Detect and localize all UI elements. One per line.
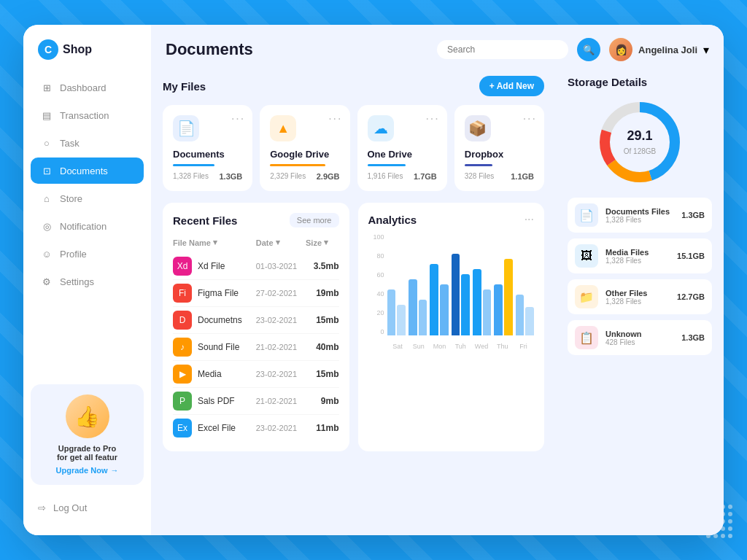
- card-menu-icon[interactable]: ···: [328, 112, 342, 125]
- y-axis-label: 60: [368, 271, 384, 279]
- app-name: Shop: [63, 43, 92, 56]
- upgrade-title: Upgrade to Pro for get all featur: [41, 444, 133, 462]
- x-axis-label: Mon: [429, 343, 450, 350]
- sidebar-item-dashboard[interactable]: ⊞ Dashboard: [31, 74, 144, 101]
- bar-group: [409, 233, 427, 335]
- nav-menu: ⊞ Dashboard ▤ Transaction ○ Task ⊡ Docum…: [23, 74, 151, 377]
- top-right: 🔍 👩 Angelina Joli ▾: [437, 38, 709, 61]
- decoration-dot: [728, 534, 732, 538]
- storage-item-info: Other Files 1,328 Files: [605, 289, 670, 306]
- sidebar-item-store[interactable]: ⌂ Store: [31, 185, 144, 211]
- chart-bar: [494, 284, 503, 335]
- y-axis-label: 20: [368, 309, 384, 316]
- card-icon-google-drive: ▲: [270, 115, 296, 141]
- file-size: 9mb: [306, 396, 339, 406]
- upgrade-thumb-image: 👍: [66, 394, 109, 438]
- card-progress-bar: [270, 164, 325, 166]
- storage-item-info: Documents Files 1,328 Files: [605, 207, 674, 224]
- upgrade-now-button[interactable]: Upgrade Now →: [41, 466, 133, 475]
- bar-group: [494, 233, 512, 335]
- my-files-title: My Files: [163, 80, 206, 93]
- card-menu-icon[interactable]: ···: [425, 112, 439, 125]
- storage-title: Storage Details: [568, 76, 712, 88]
- dashboard-icon: ⊞: [41, 82, 53, 93]
- file-card-one-drive: ··· ☁ One Drive 1,916 Files 1.7GB: [357, 105, 447, 191]
- main-container: C Shop ⊞ Dashboard ▤ Transaction ○ Task …: [23, 25, 724, 535]
- table-row: Ex Excel File 23-02-2021 11mb: [173, 415, 339, 441]
- add-new-button[interactable]: + Add New: [479, 76, 544, 96]
- storage-item-name: Media Files: [605, 248, 670, 257]
- storage-item: 📁 Other Files 1,328 Files 12.7GB: [568, 279, 712, 314]
- card-name: Documents: [173, 149, 242, 160]
- card-name: Dropbox: [465, 149, 534, 160]
- logout-button[interactable]: ⇨ Log Out: [23, 495, 151, 521]
- storage-item-size: 15.1GB: [677, 252, 705, 260]
- storage-item-info: Unknown 428 Files: [605, 330, 674, 346]
- y-axis-label: 100: [368, 233, 384, 241]
- x-axis-label: Tuh: [450, 343, 471, 350]
- file-name-cell: D Documetns: [173, 311, 256, 330]
- analytics-header: Analytics ···: [368, 213, 535, 226]
- file-name: Sals PDF: [198, 396, 235, 406]
- card-menu-icon[interactable]: ···: [231, 112, 245, 125]
- chart-bar: [387, 289, 396, 335]
- sidebar-item-label: Notification: [60, 221, 107, 232]
- file-name-cell: Ex Excel File: [173, 419, 256, 438]
- sidebar-item-notification[interactable]: ◎ Notification: [31, 213, 144, 239]
- upgrade-card: 👍 Upgrade to Pro for get all featur Upgr…: [31, 384, 144, 485]
- see-more-button[interactable]: See more: [290, 213, 339, 228]
- x-axis-label: Sat: [387, 343, 409, 350]
- card-icon-documents: 📄: [173, 115, 199, 141]
- search-bar: [437, 40, 568, 59]
- sort-icon: ▾: [324, 238, 328, 247]
- bar-group: [430, 233, 448, 335]
- chart-bar: [483, 289, 492, 335]
- sidebar-item-label: Dashboard: [60, 82, 107, 93]
- card-menu-icon[interactable]: ···: [523, 112, 537, 125]
- storage-item: 📋 Unknown 428 Files 1.3GB: [568, 320, 712, 355]
- file-name: Media: [198, 369, 222, 379]
- storage-item-name: Documents Files: [605, 207, 674, 216]
- search-input[interactable]: [447, 44, 558, 55]
- recent-files-table: Xd Xd File 01-03-2021 3.5mb Fi Figma Fil…: [173, 253, 339, 441]
- my-files-header: My Files + Add New: [163, 76, 544, 96]
- sidebar-item-documents[interactable]: ⊡ Documents: [31, 158, 144, 184]
- y-axis-label: 80: [368, 252, 384, 260]
- profile-icon: ☺: [41, 248, 53, 260]
- file-date: 23-02-2021: [256, 316, 306, 324]
- x-axis-label: Wed: [471, 343, 492, 350]
- file-name-cell: Fi Figma File: [173, 284, 256, 303]
- search-button[interactable]: 🔍: [577, 38, 600, 61]
- storage-item-name: Unknown: [605, 330, 674, 338]
- table-row: Fi Figma File 27-02-2021 19mb: [173, 280, 339, 307]
- storage-item-size: 12.7GB: [677, 292, 705, 301]
- recent-files-header: Recent Files See more: [173, 213, 339, 228]
- user-info[interactable]: 👩 Angelina Joli ▾: [609, 38, 709, 61]
- col-size: Size ▾: [306, 238, 339, 247]
- card-stats: 2,329 Files 2.9GB: [270, 172, 339, 181]
- logo-icon: C: [38, 39, 58, 60]
- file-icon: Ex: [173, 419, 192, 438]
- file-date: 01-03-2021: [256, 262, 306, 271]
- analytics-menu-icon[interactable]: ···: [525, 213, 534, 226]
- card-icon-dropbox: 📦: [465, 115, 491, 141]
- table-row: D Documetns 23-02-2021 15mb: [173, 307, 339, 334]
- file-size: 11mb: [306, 423, 339, 433]
- x-axis-label: Thu: [492, 343, 513, 350]
- file-size: 19mb: [306, 288, 339, 298]
- sidebar-item-label: Store: [60, 193, 82, 204]
- user-name: Angelina Joli: [638, 44, 697, 55]
- avatar: 👩: [609, 38, 632, 61]
- page-title: Documents: [166, 40, 253, 59]
- left-panel: My Files + Add New ··· 📄 Documents 1,328…: [151, 69, 556, 535]
- file-name: Xd File: [198, 261, 225, 271]
- chart-bar: [397, 305, 406, 335]
- store-icon: ⌂: [41, 192, 53, 204]
- sidebar-item-transaction[interactable]: ▤ Transaction: [31, 102, 144, 128]
- sidebar-item-profile[interactable]: ☺ Profile: [31, 241, 144, 267]
- sidebar-item-settings[interactable]: ⚙ Settings: [31, 268, 144, 295]
- file-name-cell: Xd Xd File: [173, 257, 256, 276]
- card-stats: 1,916 Files 1.7GB: [368, 172, 437, 181]
- sidebar-item-task[interactable]: ○ Task: [31, 130, 144, 156]
- storage-item-name: Other Files: [605, 289, 670, 298]
